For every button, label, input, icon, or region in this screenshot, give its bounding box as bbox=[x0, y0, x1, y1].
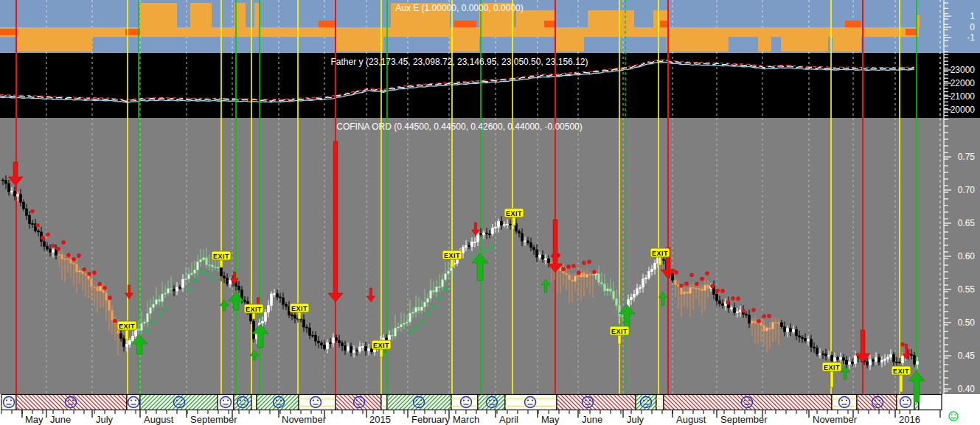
candle-body bbox=[344, 346, 347, 351]
candle-body bbox=[188, 274, 190, 278]
month-label: March bbox=[453, 414, 479, 425]
smiley-eye bbox=[527, 399, 529, 401]
smiley-eye bbox=[907, 399, 908, 401]
candle-body bbox=[787, 329, 789, 332]
stop-dot-green bbox=[157, 313, 161, 317]
smiley-eye bbox=[903, 399, 904, 401]
candle-body bbox=[748, 315, 751, 323]
month-label: November bbox=[813, 414, 858, 425]
axis-tick-label: 0.50 bbox=[958, 317, 976, 328]
stop-dot-green bbox=[151, 320, 156, 324]
candle-body bbox=[294, 315, 296, 318]
stop-dot-red bbox=[577, 271, 581, 275]
candle-body bbox=[306, 327, 308, 328]
stop-dot-red bbox=[61, 240, 66, 245]
candle-body bbox=[545, 259, 547, 259]
stop-dot-red bbox=[751, 308, 756, 312]
stop-dot-red bbox=[726, 301, 730, 305]
smiley-eye bbox=[356, 399, 358, 401]
candle-body bbox=[85, 274, 87, 275]
candle-body bbox=[719, 301, 721, 303]
candle-body bbox=[392, 335, 394, 336]
candle-body bbox=[636, 289, 639, 295]
stop-dot-red bbox=[741, 309, 746, 313]
timeline-flat-zone[interactable] bbox=[251, 395, 257, 410]
smiley-eye bbox=[463, 399, 465, 401]
candle-body bbox=[607, 289, 609, 291]
stop-dot-red bbox=[566, 264, 571, 269]
aux-low-bar bbox=[833, 37, 861, 52]
smiley-eye bbox=[240, 399, 241, 401]
candle-body bbox=[312, 335, 314, 336]
exit-flag-stem bbox=[618, 334, 621, 344]
candle-body bbox=[350, 347, 352, 353]
axis-tick-label: -1 bbox=[967, 32, 975, 43]
axis-tick-label: 0.65 bbox=[958, 218, 976, 228]
candle-body bbox=[601, 283, 603, 284]
month-label: August bbox=[676, 414, 706, 425]
chart-canvas[interactable]: 10-1230002200021000200000.750.700.650.60… bbox=[0, 0, 980, 425]
candle-body bbox=[164, 293, 167, 294]
candle-body bbox=[524, 241, 527, 242]
aux-low-bar bbox=[336, 37, 383, 52]
smiley-eye bbox=[227, 399, 229, 401]
candle-body bbox=[530, 243, 532, 247]
candle-body bbox=[878, 357, 880, 362]
exit-flag-text: EXIT bbox=[611, 328, 628, 335]
stop-dot-green bbox=[425, 312, 430, 316]
candle-body bbox=[816, 348, 819, 354]
candle-body bbox=[881, 360, 883, 362]
candle-body bbox=[899, 362, 901, 363]
candle-body bbox=[480, 233, 482, 235]
smiley-eye bbox=[951, 414, 953, 415]
candle-body bbox=[277, 294, 279, 297]
candle-body bbox=[336, 338, 338, 340]
timeline-flat-zone[interactable] bbox=[381, 395, 387, 410]
stop-dot-green bbox=[443, 287, 448, 291]
smiley-eye bbox=[176, 399, 178, 401]
smiley-eye bbox=[744, 399, 746, 401]
candle-body bbox=[26, 209, 28, 216]
candle-body bbox=[592, 275, 594, 275]
candle-body bbox=[716, 295, 718, 301]
aux-hot-mark bbox=[454, 21, 476, 27]
candle-body bbox=[571, 280, 574, 281]
candle-body bbox=[427, 298, 429, 302]
timeline-empty-zone[interactable] bbox=[919, 395, 942, 410]
smiley-eye bbox=[72, 399, 74, 401]
axis-tick-label: 0 bbox=[970, 22, 975, 32]
stop-dot-red bbox=[102, 286, 107, 290]
smiley-eye bbox=[748, 399, 750, 401]
candle-body bbox=[111, 311, 114, 320]
candle-body bbox=[356, 351, 358, 351]
candle-body bbox=[804, 339, 807, 341]
candle-body bbox=[368, 348, 370, 351]
exit-flag-text: EXIT bbox=[213, 253, 229, 260]
exit-flag-text: EXIT bbox=[373, 342, 389, 349]
candle-body bbox=[395, 328, 397, 336]
stop-dot-green bbox=[145, 329, 150, 333]
candle-body bbox=[751, 321, 754, 323]
candle-body bbox=[675, 281, 677, 285]
aux-high-bar bbox=[479, 3, 514, 27]
month-label: July bbox=[96, 414, 114, 425]
candle-body bbox=[692, 287, 695, 288]
timeline-flat-zone[interactable] bbox=[656, 395, 664, 410]
candle-body bbox=[58, 254, 60, 255]
candle-body bbox=[141, 323, 143, 331]
candle-body bbox=[424, 302, 426, 307]
stop-dot-red bbox=[592, 270, 597, 274]
stop-dot-green bbox=[420, 320, 424, 324]
aux-low-bar bbox=[555, 37, 584, 52]
axis-tick-label: 0.55 bbox=[958, 284, 976, 295]
axis-tick-label: 23000 bbox=[951, 65, 976, 75]
stop-dot-red bbox=[66, 253, 71, 258]
candle-body bbox=[887, 357, 889, 359]
stop-dot-red bbox=[108, 296, 112, 301]
axis-tick-label: 20000 bbox=[951, 105, 976, 115]
candle-body bbox=[869, 359, 872, 365]
candle-body bbox=[872, 359, 875, 361]
candle-body bbox=[309, 328, 311, 335]
candle-body bbox=[191, 273, 193, 274]
stop-dot-red bbox=[561, 267, 566, 272]
